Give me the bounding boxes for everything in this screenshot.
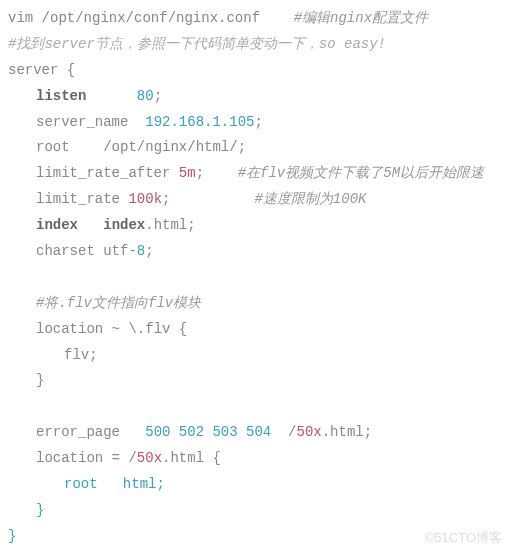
location-50x-close: } (8, 498, 502, 524)
root-line: root /opt/nginx/html/; (8, 135, 502, 161)
blank-1 (8, 265, 502, 291)
errorpage-line: error_page 500 502 503 504 /50x.html; (8, 420, 502, 446)
limit-rate-line: limit_rate 100k; #速度限制为100K (8, 187, 502, 213)
cmd-comment: #编辑nginx配置文件 (294, 10, 428, 26)
server-open: server { (8, 58, 502, 84)
cmd-line: vim /opt/nginx/conf/nginx.conf #编辑nginx配… (8, 6, 502, 32)
index-line: index index.html; (8, 213, 502, 239)
location-50x-open: location = /50x.html { (8, 446, 502, 472)
blank-2 (8, 394, 502, 420)
listen-line: listen 80; (8, 84, 502, 110)
flv-body: flv; (8, 343, 502, 369)
watermark: ©51CTO博客 (425, 526, 502, 550)
location-flv-open: location ~ \.flv { (8, 317, 502, 343)
flv-comment: #将.flv文件指向flv模块 (8, 291, 502, 317)
limit-rate-after-line: limit_rate_after 5m; #在flv视频文件下载了5M以后开始限… (8, 161, 502, 187)
vim-command: vim /opt/nginx/conf/nginx.conf (8, 10, 260, 26)
comment-instruction: #找到server节点，参照一下代码简单变动一下，so easy! (8, 32, 502, 58)
servername-line: server_name 192.168.1.105; (8, 110, 502, 136)
location-50x-root: root html; (8, 472, 502, 498)
charset-line: charset utf-8; (8, 239, 502, 265)
location-flv-close: } (8, 368, 502, 394)
